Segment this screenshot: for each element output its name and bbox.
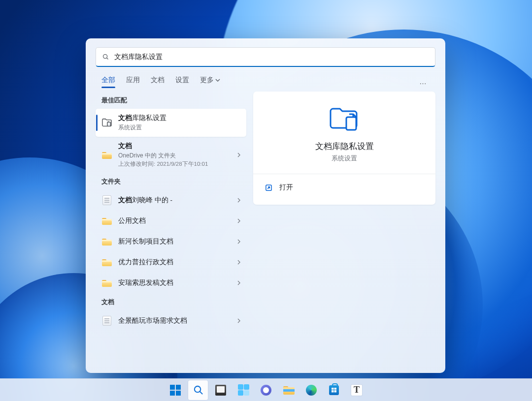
chevron-right-icon xyxy=(236,196,241,205)
task-view-icon xyxy=(215,385,226,396)
svg-rect-3 xyxy=(346,117,356,130)
store-icon xyxy=(329,385,339,395)
result-title-bold: 文档 xyxy=(118,196,132,204)
action-open-label: 打开 xyxy=(279,183,293,192)
result-title-bold: 文档 xyxy=(118,114,132,122)
svg-line-1 xyxy=(107,58,108,60)
svg-line-6 xyxy=(200,392,202,395)
search-input[interactable] xyxy=(114,53,429,61)
result-title: 文档 xyxy=(118,142,132,150)
result-folder-0[interactable]: 文档刘晓峰 中的 - xyxy=(96,190,246,211)
search-tabs: 全部 应用 文档 设置 更多 … xyxy=(86,67,445,90)
result-title-text: 安瑞索思发稿文档 xyxy=(118,279,173,286)
result-folder-1[interactable]: 公用文档 xyxy=(96,211,246,231)
action-open[interactable]: 打开 xyxy=(263,179,426,196)
result-title-text: 公用文档 xyxy=(118,217,146,224)
windows-logo-icon xyxy=(170,385,181,396)
store-button[interactable] xyxy=(324,380,344,400)
settings-folder-icon xyxy=(101,118,112,128)
folder-icon xyxy=(101,216,112,226)
chevron-right-icon xyxy=(236,151,241,159)
tab-all[interactable]: 全部 xyxy=(101,73,115,90)
search-icon xyxy=(102,53,109,61)
folder-icon xyxy=(101,236,112,247)
section-best-match: 最佳匹配 xyxy=(101,96,246,105)
result-title-text: 新河长制项目文档 xyxy=(118,238,173,245)
result-title-text: 全景酷玩市场需求文档 xyxy=(118,317,187,324)
folder-icon xyxy=(101,150,112,160)
chevron-right-icon xyxy=(236,237,241,246)
widgets-button[interactable] xyxy=(233,380,253,400)
result-folder-2[interactable]: 新河长制项目文档 xyxy=(96,231,246,252)
tab-settings[interactable]: 设置 xyxy=(175,73,189,90)
tab-documents[interactable]: 文档 xyxy=(151,73,165,90)
result-location: OneDrive 中的 文件夹 xyxy=(118,152,231,160)
section-documents: 文档 xyxy=(101,298,246,307)
search-panel: 全部 应用 文档 设置 更多 … 最佳匹配 文档库隐私设置 系统设置 文档 xyxy=(86,38,445,373)
result-modified: 上次修改时间: 2021/9/28下午10:01 xyxy=(118,160,231,168)
preview-card: 文档库隐私设置 系统设置 打开 xyxy=(253,92,435,205)
taskbar-search-button[interactable] xyxy=(188,380,208,400)
result-onedrive-documents[interactable]: 文档 OneDrive 中的 文件夹 上次修改时间: 2021/9/28下午10… xyxy=(96,137,246,173)
edge-button[interactable] xyxy=(301,380,321,400)
svg-point-0 xyxy=(103,55,107,59)
file-explorer-button[interactable] xyxy=(279,380,299,400)
result-document-0[interactable]: 全景酷玩市场需求文档 xyxy=(96,310,246,331)
result-title-text: 刘晓峰 中的 - xyxy=(132,196,172,204)
folder-icon xyxy=(101,278,112,288)
chevron-right-icon xyxy=(236,316,241,325)
svg-rect-2 xyxy=(107,123,110,126)
text-app-icon: T xyxy=(351,385,362,396)
chevron-right-icon xyxy=(236,278,241,287)
result-folder-4[interactable]: 安瑞索思发稿文档 xyxy=(96,273,246,293)
edge-icon xyxy=(306,385,317,396)
result-subtitle: 系统设置 xyxy=(118,123,241,132)
section-folders: 文件夹 xyxy=(101,178,246,186)
chevron-right-icon xyxy=(236,216,241,225)
document-icon xyxy=(101,315,112,326)
taskbar: T xyxy=(0,378,532,401)
folder-icon xyxy=(101,257,112,268)
preview-icon xyxy=(263,105,426,133)
document-icon xyxy=(101,195,112,206)
start-button[interactable] xyxy=(166,380,185,400)
result-title-rest: 库隐私设置 xyxy=(132,114,166,122)
svg-point-5 xyxy=(194,386,200,392)
widgets-icon xyxy=(238,384,249,396)
search-bar[interactable] xyxy=(96,47,435,67)
preview-title: 文档库隐私设置 xyxy=(263,141,426,152)
result-best-match[interactable]: 文档库隐私设置 系统设置 xyxy=(96,109,246,137)
tab-apps[interactable]: 应用 xyxy=(126,73,140,90)
task-view-button[interactable] xyxy=(211,380,231,400)
preview-subtitle: 系统设置 xyxy=(263,154,426,163)
search-icon xyxy=(193,384,204,396)
chat-icon xyxy=(261,385,271,396)
result-title-text: 优力普拉行政文档 xyxy=(118,258,173,266)
result-folder-3[interactable]: 优力普拉行政文档 xyxy=(96,252,246,273)
open-icon xyxy=(265,184,272,191)
chevron-right-icon xyxy=(236,258,241,267)
overflow-menu-button[interactable]: … xyxy=(417,75,430,88)
results-list: 最佳匹配 文档库隐私设置 系统设置 文档 OneDrive 中的 文件夹 上次修… xyxy=(96,92,246,364)
file-explorer-icon xyxy=(283,386,295,395)
chat-button[interactable] xyxy=(256,380,276,400)
text-app-button[interactable]: T xyxy=(347,380,366,400)
tab-more[interactable]: 更多 xyxy=(200,73,220,90)
